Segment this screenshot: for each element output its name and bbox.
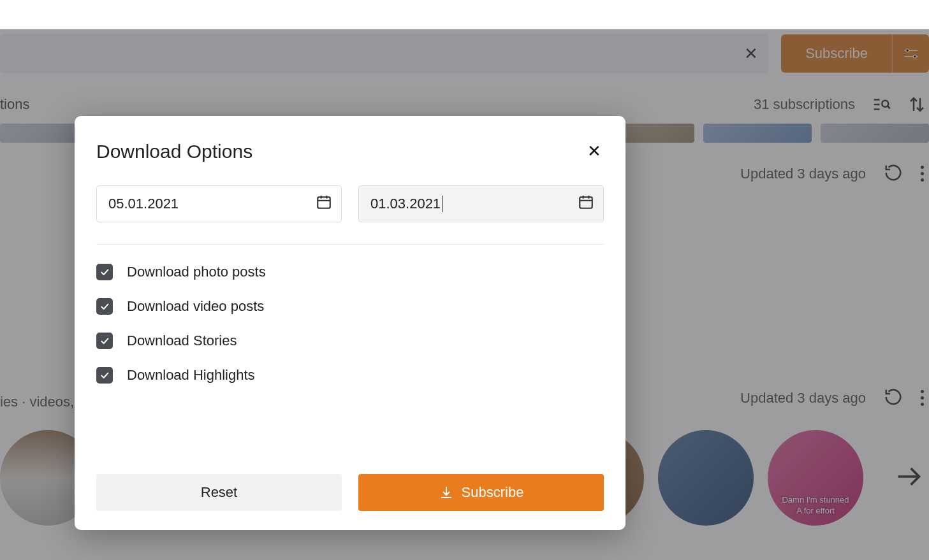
filter-left-fragment: tions [0,96,29,113]
refresh-button-2[interactable] [884,387,903,409]
check-icon [99,370,110,380]
subscriptions-count: 31 subscriptions [754,96,855,113]
more-button-2[interactable] [921,390,924,406]
highlight-caption: Damn I'm stunnedA for effort [782,495,849,526]
scroll-right-button[interactable] [895,463,923,493]
reset-button[interactable]: Reset [96,474,342,511]
subscribe-button-modal[interactable]: Subscribe [358,474,604,511]
checkbox-checked[interactable] [96,298,113,315]
search-list-button[interactable] [872,95,891,114]
svg-line-10 [888,106,890,109]
top-bar: ✕ Subscribe [0,29,929,78]
subscribe-button-top[interactable]: Subscribe [781,34,892,73]
svg-point-0 [905,49,909,52]
clear-icon[interactable]: ✕ [744,44,758,64]
more-button[interactable] [921,166,924,182]
date-from-value: 05.01.2021 [108,196,179,212]
modal-title: Download Options [96,141,252,162]
option-video-posts[interactable]: Download video posts [96,298,604,315]
item-2-label-fragment: ies · videos, s [0,394,85,410]
date-to-field[interactable]: 01.03.2021 [358,185,604,222]
checkbox-checked[interactable] [96,264,113,280]
close-icon: ✕ [587,141,601,161]
calendar-button-to[interactable] [578,194,594,214]
refresh-button[interactable] [884,163,903,185]
sliders-icon [902,45,920,62]
subscribe-group: Subscribe [781,34,929,73]
option-photo-posts[interactable]: Download photo posts [96,264,604,280]
sort-button[interactable] [907,95,926,114]
svg-rect-14 [318,197,330,208]
text-cursor [442,196,443,212]
refresh-icon [884,387,903,406]
check-icon [99,267,110,277]
svg-point-3 [913,55,916,58]
option-label: Download Highlights [127,367,255,384]
search-input[interactable]: ✕ [0,34,768,73]
option-label: Download photo posts [127,264,266,280]
refresh-icon [884,163,903,182]
option-stories[interactable]: Download Stories [96,333,604,349]
updated-label-2: Updated 3 days ago [740,390,866,406]
download-icon [439,485,454,500]
date-from-field[interactable]: 05.01.2021 [96,185,342,222]
list-search-icon [872,95,891,114]
calendar-icon [316,194,332,210]
svg-point-9 [882,101,888,107]
date-to-value: 01.03.2021 [370,196,441,212]
subscribe-button-label: Subscribe [462,484,524,501]
option-label: Download video posts [127,298,264,315]
option-highlights[interactable]: Download Highlights [96,367,604,384]
checkbox-checked[interactable] [96,367,113,384]
highlight-item[interactable] [658,430,754,526]
calendar-icon [578,194,594,210]
check-icon [99,336,110,346]
settings-button-top[interactable] [892,34,929,73]
modal-close-button[interactable]: ✕ [585,139,604,164]
option-label: Download Stories [127,333,237,349]
calendar-button-from[interactable] [316,194,332,214]
check-icon [99,301,110,312]
updated-label: Updated 3 days ago [740,166,866,182]
download-options-modal: Download Options ✕ 05.01.2021 01.03.2021 [75,116,625,530]
divider [96,244,604,245]
options-list: Download photo posts Download video post… [96,264,604,384]
svg-rect-18 [580,197,592,208]
sort-icon [907,95,926,114]
checkbox-checked[interactable] [96,333,113,349]
highlight-item[interactable]: Damn I'm stunnedA for effort [768,430,863,526]
blank-header [0,0,929,29]
arrow-right-icon [895,463,923,491]
